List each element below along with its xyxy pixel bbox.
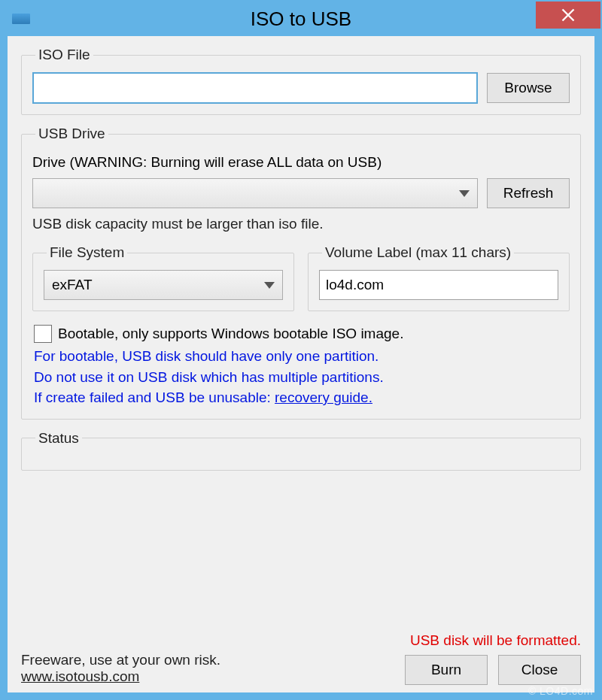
burn-button[interactable]: Burn [405,655,488,685]
iso-legend: ISO File [35,47,93,63]
footer-left: Freeware, use at your own risk. www.isot… [21,652,220,685]
filesystem-select[interactable]: exFAT [44,270,283,300]
recovery-guide-link[interactable]: recovery guide. [275,389,372,405]
app-window: ISO to USB ISO File Browse USB Drive Dri… [0,0,602,700]
browse-button[interactable]: Browse [487,73,570,103]
close-icon [561,8,575,22]
freeware-text: Freeware, use at your own risk. [21,652,220,668]
bootable-tips: For bootable, USB disk should have only … [34,346,570,408]
tip-line-1: For bootable, USB disk should have only … [34,346,570,367]
iso-group: ISO File Browse [21,47,581,115]
capacity-note: USB disk capacity must be larger than is… [32,216,570,232]
tip-line-3: If create failed and USB be unusable: re… [34,387,570,408]
client-area: ISO File Browse USB Drive Drive (WARNING… [8,36,594,692]
close-button[interactable]: Close [498,655,581,685]
filesystem-legend: File System [47,244,127,261]
drive-warning-label: Drive (WARNING: Burning will erase ALL d… [32,154,570,171]
volume-label-legend: Volume Label (max 11 chars) [322,244,514,261]
chevron-down-icon [459,190,470,197]
footer: Freeware, use at your own risk. www.isot… [21,628,581,685]
refresh-button[interactable]: Refresh [487,178,570,208]
usb-group: USB Drive Drive (WARNING: Burning will e… [21,126,581,420]
titlebar: ISO to USB [2,2,600,36]
tip-line-2: Do not use it on USB disk which has mult… [34,367,570,388]
footer-right: USB disk will be formatted. Burn Close [405,632,581,685]
bootable-checkbox[interactable] [34,325,52,343]
filesystem-group: File System exFAT [32,244,294,311]
window-title: ISO to USB [251,8,351,31]
status-legend: Status [35,430,82,447]
chevron-down-icon [264,282,275,289]
format-warning: USB disk will be formatted. [405,632,581,649]
iso-path-input[interactable] [32,72,478,104]
close-window-button[interactable] [536,2,600,29]
usb-legend: USB Drive [35,126,108,142]
drive-select[interactable] [32,178,478,208]
bootable-label: Bootable, only supports Windows bootable… [58,326,403,342]
app-icon [12,14,30,24]
volume-label-group: Volume Label (max 11 chars) [308,244,570,311]
volume-label-input[interactable] [319,270,558,300]
status-group: Status [21,430,581,471]
website-link[interactable]: www.isotousb.com [21,668,139,684]
filesystem-value: exFAT [52,277,258,293]
